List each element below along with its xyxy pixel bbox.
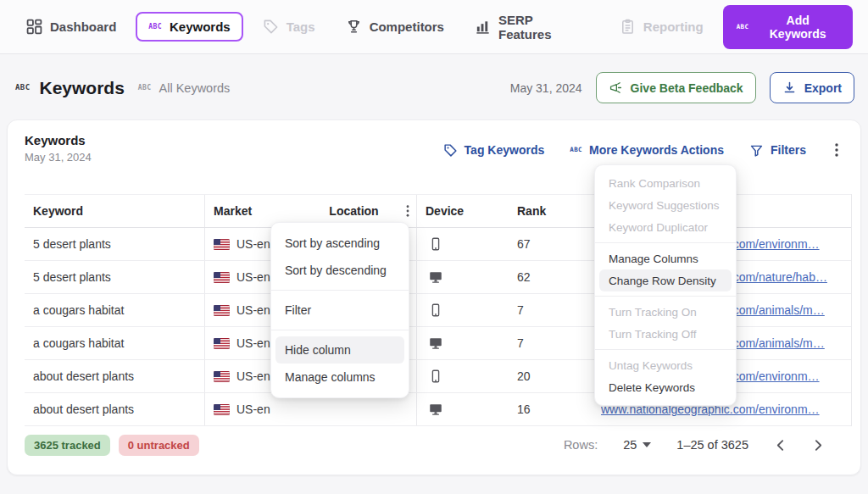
menu-item-turn-tracking-on: Turn Tracking On <box>595 301 736 323</box>
next-page-button[interactable] <box>812 436 825 454</box>
menu-item-sort-descending[interactable]: Sort by descending <box>271 257 409 284</box>
kebab-icon <box>835 143 838 157</box>
menu-item-sort-ascending[interactable]: Sort by ascending <box>271 230 409 257</box>
page-title: Keywords <box>39 78 124 98</box>
more-keywords-actions-button[interactable]: ABC More Keywords Actions <box>570 143 724 157</box>
desktop-icon <box>428 336 443 351</box>
export-button[interactable]: Export <box>770 72 854 103</box>
market-label: US-en <box>236 270 270 284</box>
breadcrumb-all-keywords[interactable]: ABC All Keywords <box>138 81 230 95</box>
menu-item-delete-keywords[interactable]: Delete Keywords <box>595 376 736 398</box>
us-flag-icon <box>214 338 230 349</box>
add-keywords-label: Add Keywords <box>756 14 839 41</box>
rank-cell: 7 <box>505 327 593 359</box>
export-label: Export <box>804 81 842 95</box>
funnel-icon <box>749 143 764 158</box>
device-cell <box>416 360 505 392</box>
keyword-cell: 5 desert plants <box>25 261 204 293</box>
trophy-icon <box>346 19 362 35</box>
menu-item-filter[interactable]: Filter <box>271 297 409 324</box>
market-label: US-en <box>236 303 270 317</box>
nav-item-serp-features[interactable]: SERP Features <box>464 5 600 49</box>
untracked-badge: 0 untracked <box>119 435 199 456</box>
nav-item-keywords[interactable]: ABC Keywords <box>136 12 242 42</box>
us-flag-icon <box>214 272 230 283</box>
nav-item-reporting[interactable]: Reporting <box>609 11 715 42</box>
device-cell <box>416 393 505 425</box>
us-flag-icon <box>214 305 230 316</box>
market-label: US-en <box>236 336 270 350</box>
nav-item-label: Keywords <box>170 19 231 34</box>
column-header-device[interactable]: Device <box>416 195 505 227</box>
device-cell <box>416 228 505 260</box>
menu-divider <box>595 242 736 243</box>
page-header: ABC Keywords ABC All Keywords May 31, 20… <box>0 54 868 119</box>
page-range-label: 1–25 of 3625 <box>676 438 748 452</box>
menu-divider <box>595 296 736 297</box>
filters-button[interactable]: Filters <box>749 143 806 158</box>
rank-cell: 16 <box>505 393 593 425</box>
desktop-icon <box>428 269 443 285</box>
menu-item-change-row-density[interactable]: Change Row Density <box>599 269 732 291</box>
clipboard-icon <box>620 19 636 35</box>
keyword-cell: a cougars habitat <box>25 294 204 326</box>
menu-divider <box>595 349 736 350</box>
tracked-badge: 3625 tracked <box>25 435 110 456</box>
menu-divider <box>271 330 409 330</box>
card-title: Keywords <box>25 133 92 147</box>
device-cell <box>416 294 505 326</box>
mobile-icon <box>428 303 443 318</box>
menu-item-keyword-suggestions: Keyword Suggestions <box>595 194 736 216</box>
top-nav: Dashboard ABC Keywords Tags Competitors … <box>0 0 868 54</box>
tag-icon <box>263 19 279 35</box>
nav-item-label: Tags <box>287 19 315 34</box>
card-subtitle: May 31, 2024 <box>25 151 92 164</box>
give-beta-feedback-label: Give Beta Feedback <box>631 81 743 95</box>
column-header-rank[interactable]: Rank <box>505 195 593 227</box>
tag-keywords-label: Tag Keywords <box>465 143 545 157</box>
rank-cell: 7 <box>505 294 593 326</box>
menu-item-manage-columns[interactable]: Manage columns <box>271 364 409 391</box>
chevron-right-icon <box>815 439 822 452</box>
market-label: US-en <box>236 402 270 416</box>
mobile-icon <box>428 369 443 384</box>
download-icon <box>782 80 797 95</box>
megaphone-icon <box>609 80 623 95</box>
keyword-cell: a cougars habitat <box>25 327 204 359</box>
device-cell <box>416 261 505 293</box>
rows-per-page-select[interactable]: 25 <box>623 438 651 452</box>
location-column-menu: Sort by ascending Sort by descending Fil… <box>270 222 409 398</box>
market-label: US-en <box>236 237 270 251</box>
abc-icon: ABC <box>148 24 162 31</box>
menu-item-hide-column[interactable]: Hide column <box>275 336 404 364</box>
rank-cell: 20 <box>505 360 593 392</box>
card-header: Keywords May 31, 2024 Tag Keywords ABC M… <box>8 120 860 164</box>
desktop-icon <box>428 402 443 417</box>
location-column-menu-button[interactable] <box>403 203 413 219</box>
card-kebab-menu-button[interactable] <box>832 142 842 158</box>
tag-keywords-button[interactable]: Tag Keywords <box>443 143 545 158</box>
rank-cell: 62 <box>505 261 593 293</box>
mobile-icon <box>428 236 443 252</box>
nav-item-competitors[interactable]: Competitors <box>335 11 455 42</box>
menu-item-turn-tracking-off: Turn Tracking Off <box>595 323 736 345</box>
caret-down-icon <box>643 442 651 447</box>
add-keywords-button[interactable]: ABC Add Keywords <box>723 5 853 49</box>
nav-item-tags[interactable]: Tags <box>252 11 326 42</box>
menu-item-untag-keywords: Untag Keywords <box>595 354 736 376</box>
give-beta-feedback-button[interactable]: Give Beta Feedback <box>596 72 756 103</box>
page-title-wrap: ABC Keywords <box>15 78 125 98</box>
filters-label: Filters <box>771 143 806 157</box>
keyword-cell: about desert plants <box>25 360 204 392</box>
nav-item-label: Dashboard <box>50 19 116 34</box>
column-header-keyword[interactable]: Keyword <box>25 195 204 227</box>
abc-icon: ABC <box>138 85 152 92</box>
keyword-cell: about desert plants <box>25 393 204 425</box>
date-label: May 31, 2024 <box>510 81 582 95</box>
previous-page-button[interactable] <box>774 436 787 454</box>
us-flag-icon <box>214 404 230 415</box>
nav-item-dashboard[interactable]: Dashboard <box>15 11 127 42</box>
breadcrumb-label: All Keywords <box>159 81 231 95</box>
menu-item-manage-columns[interactable]: Manage Columns <box>595 247 736 269</box>
abc-icon: ABC <box>570 147 582 153</box>
